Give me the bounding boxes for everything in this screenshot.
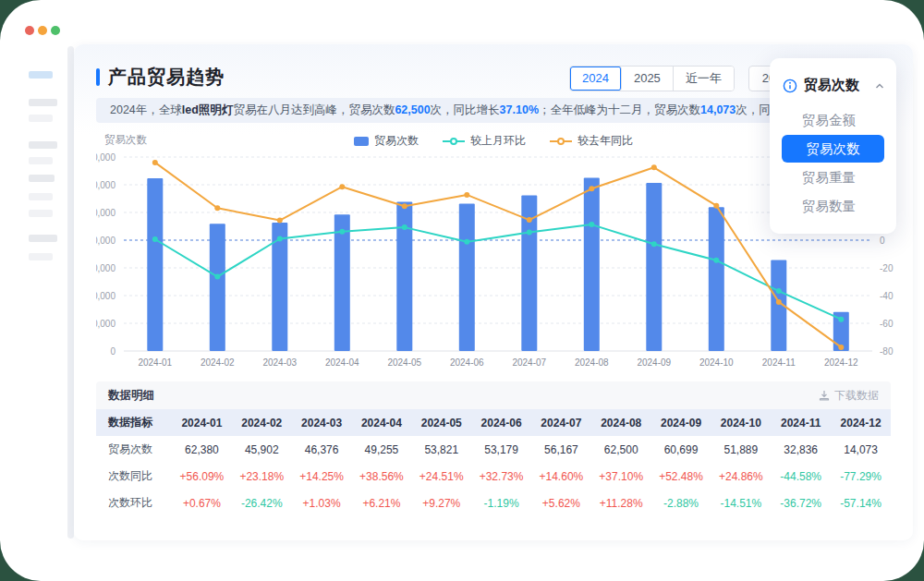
left-axis-tick: 70,000	[96, 152, 116, 163]
bar-2024-04[interactable]	[334, 214, 350, 351]
info-icon	[783, 79, 797, 93]
cell-value: 62,500	[591, 436, 651, 463]
cell-value: 51,889	[711, 436, 771, 463]
left-axis-tick: 20,000	[96, 291, 116, 301]
cell-value: -44.58%	[771, 463, 831, 490]
bar-2024-09[interactable]	[646, 183, 662, 351]
sidebar-skeleton-item-3	[29, 115, 53, 122]
data-point[interactable]	[713, 203, 719, 209]
cell-value: +6.21%	[351, 490, 411, 516]
bar-2024-01[interactable]	[147, 178, 163, 351]
row-label: 次数环比	[96, 490, 172, 516]
cell-value: +9.27%	[411, 490, 471, 516]
data-point[interactable]	[838, 317, 844, 322]
data-point[interactable]	[277, 236, 283, 242]
column-header: 2024-01	[172, 409, 232, 436]
data-point[interactable]	[277, 218, 283, 224]
download-label: 下载数据	[834, 388, 879, 404]
column-header: 2024-05	[411, 409, 471, 436]
left-axis-tick: 10,000	[96, 319, 116, 329]
metric-options: 贸易金额贸易次数贸易重量贸易数量	[782, 106, 884, 221]
column-header: 2024-08	[591, 409, 651, 436]
download-data-button[interactable]: 下载数据	[819, 388, 879, 404]
window-controls	[25, 26, 60, 35]
summary-highlight: 62,500	[395, 103, 430, 116]
cell-value: 53,179	[471, 436, 531, 463]
data-point[interactable]	[776, 299, 782, 305]
bar-2024-08[interactable]	[584, 178, 600, 352]
table-row: 贸易次数62,38045,90246,37649,25553,82153,179…	[96, 436, 891, 463]
data-point[interactable]	[589, 222, 594, 227]
minimize-window-button[interactable]	[38, 26, 47, 35]
sidebar-skeleton-item-1	[29, 71, 53, 79]
data-point[interactable]	[464, 239, 469, 245]
data-point[interactable]	[527, 230, 532, 236]
cell-value: +38.56%	[351, 463, 411, 490]
bar-2024-10[interactable]	[709, 207, 724, 351]
x-axis-label: 2024-01	[138, 357, 172, 368]
x-axis-label: 2024-03	[262, 357, 297, 368]
metric-option-trade-weight[interactable]: 贸易重量	[782, 163, 884, 191]
chevron-up-icon[interactable]	[874, 80, 885, 91]
data-point[interactable]	[713, 258, 719, 263]
x-axis-label: 2024-09	[637, 357, 671, 368]
data-point[interactable]	[152, 160, 158, 165]
zoom-window-button[interactable]	[51, 26, 60, 35]
left-axis-tick: 0	[110, 346, 116, 357]
data-point[interactable]	[464, 192, 469, 198]
year-tab-2024[interactable]: 2024	[570, 67, 622, 91]
data-point[interactable]	[152, 236, 158, 242]
x-axis-label: 2024-04	[325, 357, 359, 368]
data-point[interactable]	[776, 288, 782, 294]
metric-dropdown-header[interactable]: 贸易次数	[783, 77, 885, 94]
cell-value: 56,167	[531, 436, 591, 463]
cell-value: +52.48%	[651, 463, 711, 490]
cell-value: 32,836	[771, 436, 831, 463]
row-label: 次数同比	[96, 463, 172, 490]
bar-2024-05[interactable]	[396, 202, 412, 352]
sidebar-skeleton-item-8	[29, 210, 53, 217]
sidebar-skeleton-item-4	[29, 141, 57, 149]
bar-2024-06[interactable]	[459, 204, 475, 352]
data-point[interactable]	[838, 345, 844, 350]
cell-value: 62,380	[172, 436, 232, 463]
sidebar-skeleton-item-2	[29, 99, 57, 106]
left-axis-tick: 50,000	[96, 208, 116, 218]
bar-2024-02[interactable]	[210, 224, 225, 351]
data-point[interactable]	[651, 164, 657, 170]
metric-option-trade-quantity[interactable]: 贸易数量	[782, 192, 884, 220]
year-tab-2025[interactable]: 2025	[622, 67, 674, 91]
right-axis-tick: -80	[880, 346, 894, 357]
data-point[interactable]	[339, 229, 345, 235]
metric-option-trade-count[interactable]: 贸易次数	[782, 135, 884, 163]
cell-value: -77.29%	[831, 463, 891, 490]
column-header: 2024-09	[651, 409, 711, 436]
x-axis-label: 2024-06	[450, 357, 484, 368]
data-point[interactable]	[589, 186, 594, 191]
x-axis-label: 2024-10	[699, 357, 734, 368]
data-point[interactable]	[527, 217, 532, 223]
right-axis-tick: -20	[880, 263, 894, 273]
year-tab-group: 20242025近一年	[569, 66, 735, 91]
table-section-title: 数据明细	[108, 388, 154, 404]
column-header: 2024-04	[351, 409, 411, 436]
column-header: 2024-11	[771, 409, 831, 436]
column-header: 2024-06	[471, 409, 531, 436]
data-point[interactable]	[214, 205, 220, 211]
left-axis-tick: 30,000	[96, 263, 116, 273]
year-tab-近一年[interactable]: 近一年	[674, 67, 734, 91]
data-point[interactable]	[651, 241, 657, 247]
data-point[interactable]	[214, 274, 220, 280]
data-point[interactable]	[402, 203, 407, 209]
title-accent-bar	[96, 68, 100, 86]
close-window-button[interactable]	[25, 26, 34, 35]
data-table: 数据指标2024-012024-022024-032024-042024-052…	[96, 409, 891, 516]
x-axis-label: 2024-11	[762, 357, 796, 368]
sidebar-skeleton-item-5	[29, 157, 53, 164]
column-header: 2024-02	[232, 409, 292, 436]
metric-option-trade-amount[interactable]: 贸易金额	[782, 106, 884, 134]
data-point[interactable]	[339, 184, 345, 189]
data-point[interactable]	[402, 224, 407, 230]
x-axis-label: 2024-07	[512, 357, 546, 368]
x-axis-label: 2024-02	[201, 357, 235, 368]
